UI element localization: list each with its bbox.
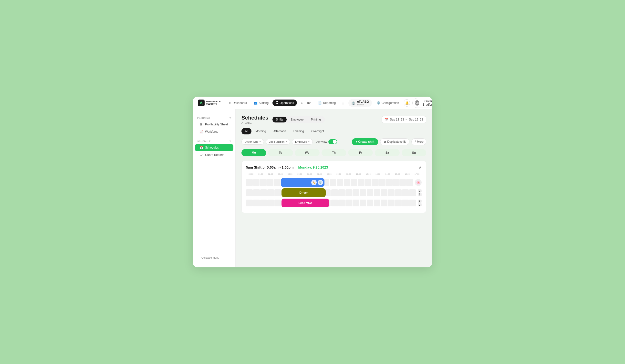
filter-job-function[interactable]: Job Function ▾ [266,139,290,145]
time-cell-17 [367,199,373,206]
time-label-1100: 11:00 [353,173,363,175]
sidebar-item-workforce[interactable]: 📈 Workforce [195,128,233,135]
shift-bar-olive[interactable]: Driver [281,188,326,197]
driver-count-top: 2 [418,189,422,193]
time-cell-2 [260,179,267,186]
tab-employee[interactable]: Employee [287,117,307,122]
user-name: Oliver Bradford [421,100,432,106]
more-options-button[interactable]: ⋮ More [411,138,426,145]
day-th[interactable]: Th [321,149,346,156]
leadvsa-count-bottom: 2 [418,203,422,206]
calendar-icon: 📅 [385,118,388,121]
collapse-arrow-icon: ← [197,256,200,259]
day-view-toggle[interactable] [328,139,337,144]
create-shift-button[interactable]: + Create shift [352,138,378,145]
day-tu[interactable]: Tu [268,149,293,156]
nav-staffing[interactable]: 👥 Staffing [251,100,272,106]
time-cell-23 [406,179,413,186]
shift-bar-pink[interactable]: Lead VSA [281,198,329,207]
day-mo[interactable]: Mo [242,149,266,156]
time-cell-18 [374,199,380,206]
shift-title: 5am Shift br 5:00am - 1:00pm [246,166,294,169]
date-range-picker[interactable]: 📅 Sep 13 23 – Sep 19 23 [382,116,426,123]
time-cell-0 [246,189,253,196]
sidebar-item-schedules[interactable]: 📅 Schedules [195,144,233,151]
branch-icon: 🏢 [351,101,355,105]
shift-row-2-timeline: Driver [246,188,416,197]
notifications-button[interactable]: 🔔 [404,99,410,107]
time-cell-18 [374,189,380,196]
duplicate-shift-button[interactable]: ⧉ Duplicate shift [380,138,409,145]
time-filter-row: All Morning Afternoon Evening Overnight [242,128,426,135]
configuration-button[interactable]: ⚙️ Configuration [374,100,401,106]
time-cell-16 [360,199,366,206]
date-range-text: Sep 13 23 – Sep 19 23 [390,118,423,121]
shift-date: Monday, 9.25.2023 [298,166,328,169]
nav-dashboard[interactable]: ⊞ Dashboard [226,100,250,106]
filter-employee[interactable]: Employee ▾ [292,139,313,145]
grid-apps-button[interactable]: ⊞ [340,99,346,107]
leadvsa-count-top: 2 [418,199,422,203]
filter-overnight[interactable]: Overnight [308,128,327,135]
tab-shifts[interactable]: Shifts [273,117,287,122]
time-label-0300: 03:00 [275,173,285,175]
nav-time[interactable]: ⏱ Time [298,100,314,106]
logo-icon [198,100,205,106]
sidebar-item-profitability[interactable]: ⊞ Profitability Sheet [195,121,233,128]
time-cell-17 [365,179,371,186]
time-cell-1 [253,179,260,186]
user-menu-button[interactable]: OB Oliver Bradford [412,98,432,108]
filter-afternoon[interactable]: Afternoon [270,128,289,135]
day-su[interactable]: Su [402,149,426,156]
flower-icon[interactable]: 🌸 [415,179,422,186]
schedules-icon: 📅 [199,146,203,149]
time-cell-22 [402,189,409,196]
branch-selector[interactable]: 🏢 ATLABG Branch [348,99,372,107]
sidebar-planning-label: PLANNING ▾ [193,117,235,119]
time-cell-2 [260,189,267,196]
shift-collapse-button[interactable]: ∧ [419,165,422,169]
day-fr[interactable]: Fr [348,149,373,156]
collapse-menu-button[interactable]: ← Collapse Menu [193,253,235,262]
filter-morning[interactable]: Morning [252,128,269,135]
time-cell-12 [331,199,338,206]
filter-driver-type[interactable]: Driver Type ▾ [242,139,264,145]
time-cell-3 [267,179,274,186]
day-we[interactable]: We [295,149,320,156]
reporting-icon: 📄 [318,101,322,105]
day-view-label: Day View [316,140,327,143]
time-cell-0 [246,179,253,186]
shift-row-2: Driver 2 2 [246,188,422,197]
time-cell-13 [338,189,345,196]
day-sa[interactable]: Sa [375,149,399,156]
time-cell-3 [267,189,274,196]
logo-text-line2: VELOCITY [206,103,221,105]
time-label-1600: 16:00 [402,173,412,175]
shift-row-3-timeline: Lead VSA [246,198,416,207]
edit-bar-button[interactable]: ✏️ [311,180,317,185]
driver-count-bottom: 2 [418,193,422,196]
time-cell-21 [395,189,402,196]
shift-bar-blue[interactable]: ✏️🗑️ [281,178,324,187]
delete-bar-button[interactable]: 🗑️ [318,180,323,185]
tab-printing[interactable]: Printing [307,117,324,122]
dashboard-icon: ⊞ [229,101,231,105]
nav-operations[interactable]: Operations [273,100,297,106]
time-cell-20 [388,199,395,206]
sidebar: PLANNING ▾ ⊞ Profitability Sheet 📈 Workf… [193,109,236,267]
page-title: Schedules [242,115,268,121]
sidebar-item-guard-reports[interactable]: 🛡 Guard Reports [195,151,233,158]
bar-label: Driver [299,191,308,195]
schedule-chevron-icon: ▾ [229,140,231,142]
time-icon: ⏱ [301,101,304,105]
filter-all[interactable]: All [242,128,251,135]
day-view-toggle-wrap: Day View [316,139,337,144]
shift-title-area: 5am Shift br 5:00am - 1:00pm | Monday, 9… [246,165,328,169]
job-function-chevron-icon: ▾ [286,140,287,143]
time-cell-15 [352,189,359,196]
time-cell-13 [337,179,343,186]
nav-reporting[interactable]: 📄 Reporting [315,100,339,106]
schedules-title-area: Schedules ATLABG Shifts Employee Printin… [242,115,325,124]
app-logo: WORKFORCE VELOCITY [198,100,221,106]
filter-evening[interactable]: Evening [290,128,307,135]
